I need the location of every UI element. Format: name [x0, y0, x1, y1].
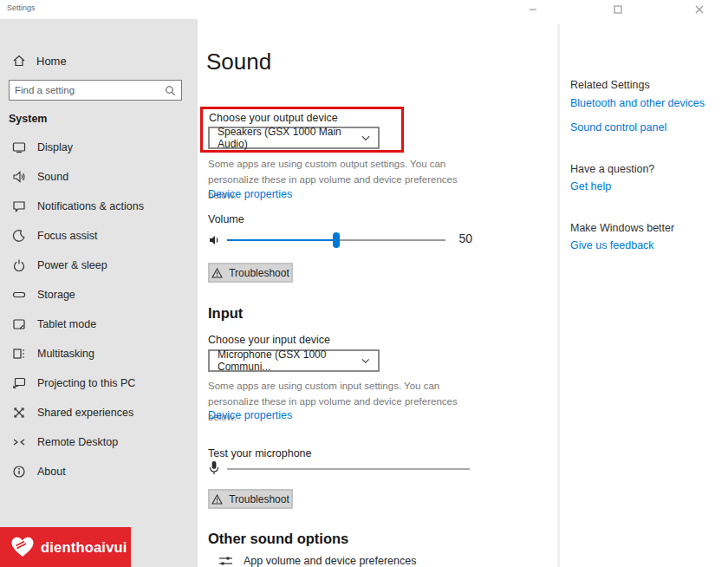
projecting-icon — [12, 376, 26, 390]
sidebar-item-about[interactable]: About — [0, 459, 198, 485]
output-device-dropdown[interactable]: Speakers (GSX 1000 Main Audio) — [208, 127, 380, 149]
input-device-label: Choose your input device — [208, 334, 330, 346]
window-title: Settings — [7, 3, 36, 12]
power-icon — [12, 258, 26, 272]
chevron-down-icon — [361, 358, 370, 364]
sidebar-item-multitasking[interactable]: Multitasking — [0, 341, 198, 367]
troubleshoot-label: Troubleshoot — [229, 493, 289, 505]
notifications-icon — [12, 199, 26, 213]
sidebar-item-remote-desktop[interactable]: Remote Desktop — [0, 429, 198, 455]
sidebar-item-label: About — [37, 466, 66, 478]
sidebar-item-display[interactable]: Display — [0, 134, 198, 160]
microphone-icon — [208, 460, 220, 476]
give-us-feedback-link[interactable]: Give us feedback — [570, 239, 654, 251]
focus-assist-icon — [12, 229, 26, 243]
sidebar-item-label: Sound — [37, 171, 68, 183]
sidebar-item-label: Storage — [37, 289, 75, 301]
input-device-dropdown[interactable]: Microphone (GSX 1000 Communi... — [208, 349, 380, 372]
sidebar-item-label: Shared experiences — [37, 407, 133, 419]
minimize-button[interactable] — [518, 0, 548, 19]
remote-desktop-icon — [12, 435, 26, 449]
shared-icon — [12, 406, 26, 420]
search-icon — [165, 85, 176, 96]
get-help-link[interactable]: Get help — [570, 180, 611, 192]
page-title: Sound — [206, 49, 271, 75]
volume-value: 50 — [458, 231, 472, 245]
sidebar-item-label: Tablet mode — [37, 318, 96, 330]
input-section-title: Input — [208, 305, 243, 322]
maximize-icon — [614, 5, 622, 14]
volume-slider-track[interactable] — [227, 239, 445, 241]
multitasking-icon — [12, 347, 26, 361]
output-device-value: Speakers (GSX 1000 Main Audio) — [218, 126, 361, 150]
sidebar-item-home[interactable]: Home — [12, 54, 67, 68]
sidebar-item-label: Power & sleep — [37, 259, 107, 271]
other-sound-options-title: Other sound options — [208, 531, 348, 547]
make-windows-better-title: Make Windows better — [570, 222, 674, 234]
microphone-level-bar — [227, 468, 470, 470]
titlebar: Settings — [0, 0, 728, 19]
dienthoaivui-badge: dienthoaivui — [0, 527, 131, 567]
app-volume-label: App volume and device preferences — [244, 555, 416, 567]
about-icon — [12, 465, 26, 479]
volume-slider-row: 50 — [208, 231, 472, 250]
search-box[interactable] — [9, 80, 182, 101]
sidebar-item-label: Notifications & actions — [37, 200, 144, 212]
heart-hands-icon — [9, 533, 36, 561]
badge-label: dienthoaivui — [41, 539, 127, 556]
sidebar-section-system: System — [9, 113, 47, 125]
input-device-properties-link[interactable]: Device properties — [208, 409, 292, 421]
tablet-icon — [12, 317, 26, 331]
sound-icon — [12, 170, 26, 184]
volume-slider-fill — [227, 239, 336, 241]
mixer-icon — [218, 555, 233, 567]
sidebar-item-storage[interactable]: Storage — [0, 282, 198, 308]
search-input[interactable] — [10, 85, 165, 95]
storage-icon — [12, 288, 26, 302]
maximize-button[interactable] — [603, 0, 633, 19]
sidebar-item-label: Remote Desktop — [37, 436, 118, 448]
have-a-question-title: Have a question? — [570, 163, 654, 175]
troubleshoot-button-input[interactable]: Troubleshoot — [208, 489, 293, 509]
sidebar-item-power-sleep[interactable]: Power & sleep — [0, 252, 198, 278]
sidebar-item-label: Projecting to this PC — [37, 377, 135, 389]
sidebar-item-label: Display — [37, 141, 73, 153]
speaker-icon — [208, 233, 222, 247]
volume-label: Volume — [208, 213, 244, 225]
chevron-down-icon — [361, 135, 370, 141]
input-device-value: Microphone (GSX 1000 Communi... — [218, 349, 361, 373]
scrollbar[interactable] — [557, 24, 560, 567]
related-settings-title: Related Settings — [570, 79, 650, 91]
sidebar-item-label: Multitasking — [37, 348, 94, 360]
bluetooth-devices-link[interactable]: Bluetooth and other devices — [570, 97, 705, 109]
sidebar-item-focus-assist[interactable]: Focus assist — [0, 223, 198, 249]
settings-window: Settings Home System Display Sound — [0, 0, 728, 567]
troubleshoot-label: Troubleshoot — [229, 267, 289, 279]
output-device-label: Choose your output device — [209, 112, 338, 124]
sidebar-item-sound[interactable]: Sound — [0, 164, 198, 190]
output-device-properties-link[interactable]: Device properties — [208, 188, 292, 200]
home-icon — [12, 54, 26, 68]
sidebar-item-projecting[interactable]: Projecting to this PC — [0, 370, 198, 396]
warning-icon — [211, 494, 223, 505]
display-icon — [12, 140, 26, 154]
close-button[interactable] — [685, 0, 714, 19]
app-volume-preferences-link[interactable]: App volume and device preferences — [218, 555, 416, 567]
sidebar: Home System Display Sound Notifications … — [0, 19, 198, 567]
test-microphone-label: Test your microphone — [208, 447, 312, 459]
warning-icon — [211, 268, 223, 278]
troubleshoot-button-output[interactable]: Troubleshoot — [208, 263, 293, 283]
close-icon — [695, 5, 704, 14]
sidebar-item-tablet-mode[interactable]: Tablet mode — [0, 311, 198, 337]
sound-control-panel-link[interactable]: Sound control panel — [570, 121, 666, 134]
minimize-icon — [529, 5, 537, 14]
sidebar-item-shared-experiences[interactable]: Shared experiences — [0, 400, 198, 426]
sidebar-item-notifications[interactable]: Notifications & actions — [0, 193, 198, 219]
sidebar-home-label: Home — [36, 55, 67, 68]
microphone-test-row — [208, 460, 470, 478]
sidebar-item-label: Focus assist — [37, 230, 97, 242]
volume-slider-thumb[interactable] — [333, 232, 340, 248]
